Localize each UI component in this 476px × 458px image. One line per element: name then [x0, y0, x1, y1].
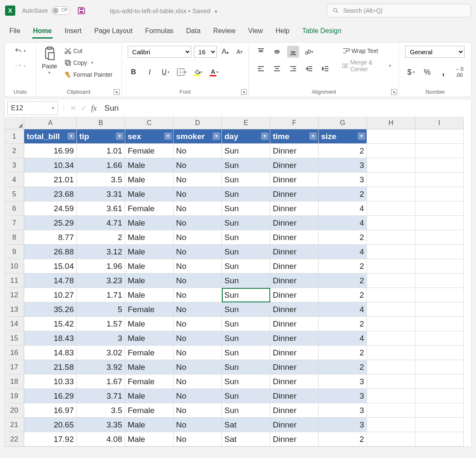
cell[interactable]: No [174, 144, 222, 158]
cell[interactable]: Male [125, 158, 174, 173]
row-header[interactable]: 14 [5, 317, 24, 331]
cell[interactable]: 16.99 [24, 144, 77, 158]
cell[interactable]: 2 [319, 274, 367, 288]
row-header[interactable]: 10 [5, 259, 24, 274]
cell[interactable]: 2 [77, 230, 125, 245]
row-header[interactable]: 12 [5, 288, 24, 302]
cell[interactable] [367, 331, 415, 346]
cell[interactable]: Male [125, 173, 174, 187]
cell[interactable] [367, 245, 415, 259]
tab-review[interactable]: Review [213, 25, 236, 39]
row-header[interactable]: 9 [5, 245, 24, 259]
cell[interactable]: No [174, 389, 222, 403]
cell[interactable]: Male [125, 187, 174, 201]
cell[interactable]: Sun [222, 158, 270, 173]
cell[interactable]: Dinner [270, 403, 319, 418]
table-header-cell[interactable]: time▼ [270, 129, 319, 144]
redo-button[interactable]: ▾ [13, 61, 28, 71]
cell[interactable] [367, 173, 415, 187]
cell[interactable]: Male [125, 317, 174, 331]
cell[interactable]: 2 [319, 346, 367, 360]
bold-button[interactable]: B [128, 66, 140, 78]
col-header[interactable]: E [222, 117, 270, 129]
cell[interactable]: 3.92 [77, 360, 125, 374]
cell[interactable]: 21.01 [24, 173, 77, 187]
cell[interactable]: Male [125, 288, 174, 302]
filter-dropdown-icon[interactable]: ▼ [116, 132, 123, 140]
cell[interactable]: Sun [222, 187, 270, 201]
select-all-corner[interactable] [5, 117, 24, 129]
align-center-button[interactable] [271, 63, 283, 75]
cell[interactable]: 3.02 [77, 346, 125, 360]
align-middle-button[interactable] [271, 46, 283, 58]
cell[interactable]: 3 [77, 331, 125, 346]
increase-decimal-button[interactable]: ←0.00 [454, 66, 465, 78]
row-header[interactable]: 2 [5, 144, 24, 158]
row-header[interactable]: 17 [5, 360, 24, 374]
cell[interactable]: 21.58 [24, 360, 77, 374]
cell[interactable]: Male [125, 389, 174, 403]
font-name-select[interactable]: Calibri [128, 46, 191, 58]
cell[interactable] [415, 317, 464, 331]
row-header[interactable]: 20 [5, 403, 24, 418]
grow-font-button[interactable]: A▴ [219, 46, 231, 58]
cell[interactable]: 4 [319, 331, 367, 346]
tab-file[interactable]: File [8, 25, 21, 39]
borders-button[interactable]: ▾ [176, 66, 188, 78]
cell[interactable]: 2 [319, 317, 367, 331]
cell[interactable]: Sun [222, 374, 270, 389]
col-header[interactable]: B [77, 117, 125, 129]
cell[interactable]: Dinner [270, 144, 319, 158]
row-header[interactable]: 21 [5, 418, 24, 432]
cell[interactable]: 3.5 [77, 403, 125, 418]
formula-bar[interactable]: Sun [100, 103, 471, 113]
cell[interactable]: 5 [77, 302, 125, 317]
cell[interactable]: No [174, 288, 222, 302]
cell[interactable]: Dinner [270, 331, 319, 346]
save-icon[interactable] [77, 6, 86, 15]
row-header[interactable]: 18 [5, 374, 24, 389]
cell[interactable] [415, 331, 464, 346]
cell[interactable]: 15.04 [24, 259, 77, 274]
cell[interactable] [415, 288, 464, 302]
row-header[interactable]: 16 [5, 346, 24, 360]
cell[interactable]: 17.92 [24, 432, 77, 447]
tab-view[interactable]: View [247, 25, 263, 39]
wrap-text-button[interactable]: Wrap Text [341, 46, 393, 56]
cell[interactable]: Dinner [270, 288, 319, 302]
cell[interactable]: 24.59 [24, 201, 77, 216]
cell[interactable] [415, 302, 464, 317]
cell[interactable]: Sun [222, 403, 270, 418]
cell[interactable]: 14.83 [24, 346, 77, 360]
cell[interactable]: 3 [319, 158, 367, 173]
cell[interactable]: No [174, 374, 222, 389]
cell[interactable]: 23.68 [24, 187, 77, 201]
enter-formula-icon[interactable]: ✓ [81, 103, 87, 113]
cell[interactable] [415, 129, 464, 144]
number-format-select[interactable]: General [405, 46, 465, 58]
cell[interactable] [367, 187, 415, 201]
col-header[interactable]: F [270, 117, 319, 129]
cell[interactable]: No [174, 418, 222, 432]
cell[interactable]: Female [125, 201, 174, 216]
table-header-cell[interactable]: day▼ [222, 129, 270, 144]
align-bottom-button[interactable] [287, 46, 299, 58]
cell[interactable]: Sat [222, 432, 270, 447]
cell[interactable]: Dinner [270, 389, 319, 403]
cell[interactable] [367, 302, 415, 317]
cell[interactable]: Sat [222, 418, 270, 432]
cell[interactable]: 18.43 [24, 331, 77, 346]
underline-button[interactable]: U▾ [160, 66, 172, 78]
cell[interactable]: No [174, 201, 222, 216]
cell[interactable]: Dinner [270, 245, 319, 259]
cell[interactable]: Dinner [270, 173, 319, 187]
cell[interactable]: 2 [319, 144, 367, 158]
tab-table-design[interactable]: Table Design [301, 25, 342, 39]
fx-icon[interactable]: fx [91, 104, 97, 113]
cell[interactable] [367, 374, 415, 389]
cell[interactable]: Sun [222, 230, 270, 245]
row-header[interactable]: 13 [5, 302, 24, 317]
cell[interactable] [415, 360, 464, 374]
col-header[interactable]: I [415, 117, 464, 129]
font-size-select[interactable]: 16 [194, 46, 217, 58]
